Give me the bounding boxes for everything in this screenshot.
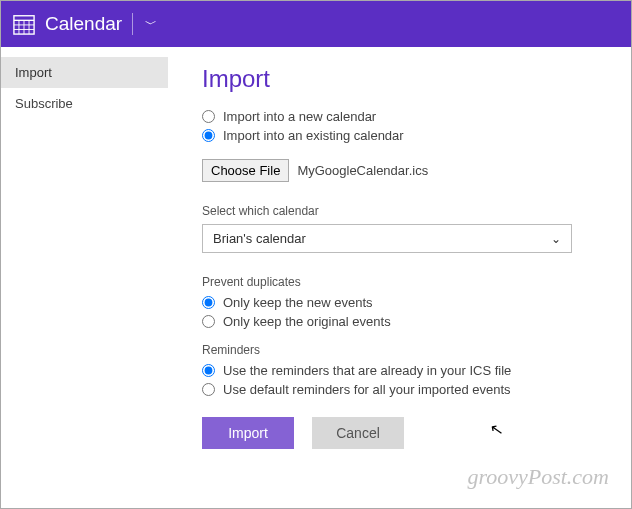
- app-header: Calendar ﹀: [1, 1, 631, 47]
- radio-label: Import into an existing calendar: [223, 128, 404, 143]
- header-divider: [132, 13, 133, 35]
- reminders-group: Use the reminders that are already in yo…: [202, 363, 607, 397]
- radio-existing-calendar[interactable]: [202, 129, 215, 142]
- radio-reminders-default[interactable]: [202, 383, 215, 396]
- duplicates-group: Only keep the new events Only keep the o…: [202, 295, 607, 329]
- chevron-down-icon[interactable]: ﹀: [145, 16, 157, 33]
- reminders-label: Reminders: [202, 343, 607, 357]
- button-row: Import Cancel ↖: [202, 417, 607, 449]
- calendar-icon: [13, 13, 35, 35]
- sidebar-item-label: Subscribe: [15, 96, 73, 111]
- radio-new-calendar[interactable]: [202, 110, 215, 123]
- app-title: Calendar: [45, 13, 122, 35]
- reminders-default[interactable]: Use default reminders for all your impor…: [202, 382, 607, 397]
- chevron-down-icon: ⌄: [551, 232, 561, 246]
- calendar-select[interactable]: Brian's calendar ⌄: [202, 224, 572, 253]
- duplicates-new[interactable]: Only keep the new events: [202, 295, 607, 310]
- radio-keep-original[interactable]: [202, 315, 215, 328]
- radio-keep-new[interactable]: [202, 296, 215, 309]
- sidebar-item-subscribe[interactable]: Subscribe: [1, 88, 168, 119]
- calendar-select-label: Select which calendar: [202, 204, 607, 218]
- radio-label: Only keep the new events: [223, 295, 373, 310]
- cancel-button[interactable]: Cancel: [312, 417, 404, 449]
- import-mode-group: Import into a new calendar Import into a…: [202, 109, 607, 143]
- main-panel: Import Import into a new calendar Import…: [168, 47, 631, 508]
- duplicates-original[interactable]: Only keep the original events: [202, 314, 607, 329]
- import-mode-existing[interactable]: Import into an existing calendar: [202, 128, 607, 143]
- cursor-icon: ↖: [488, 419, 504, 440]
- watermark: groovyPost.com: [467, 464, 609, 490]
- selected-filename: MyGoogleCalendar.ics: [297, 163, 428, 178]
- reminders-ics[interactable]: Use the reminders that are already in yo…: [202, 363, 607, 378]
- page-title: Import: [202, 65, 607, 93]
- radio-label: Use default reminders for all your impor…: [223, 382, 511, 397]
- import-button[interactable]: Import: [202, 417, 294, 449]
- radio-label: Use the reminders that are already in yo…: [223, 363, 511, 378]
- radio-label: Import into a new calendar: [223, 109, 376, 124]
- radio-label: Only keep the original events: [223, 314, 391, 329]
- radio-reminders-ics[interactable]: [202, 364, 215, 377]
- file-row: Choose File MyGoogleCalendar.ics: [202, 159, 607, 182]
- choose-file-button[interactable]: Choose File: [202, 159, 289, 182]
- calendar-select-value: Brian's calendar: [213, 231, 306, 246]
- sidebar-item-label: Import: [15, 65, 52, 80]
- sidebar: Import Subscribe: [1, 47, 168, 508]
- duplicates-label: Prevent duplicates: [202, 275, 607, 289]
- sidebar-item-import[interactable]: Import: [1, 57, 168, 88]
- import-mode-new[interactable]: Import into a new calendar: [202, 109, 607, 124]
